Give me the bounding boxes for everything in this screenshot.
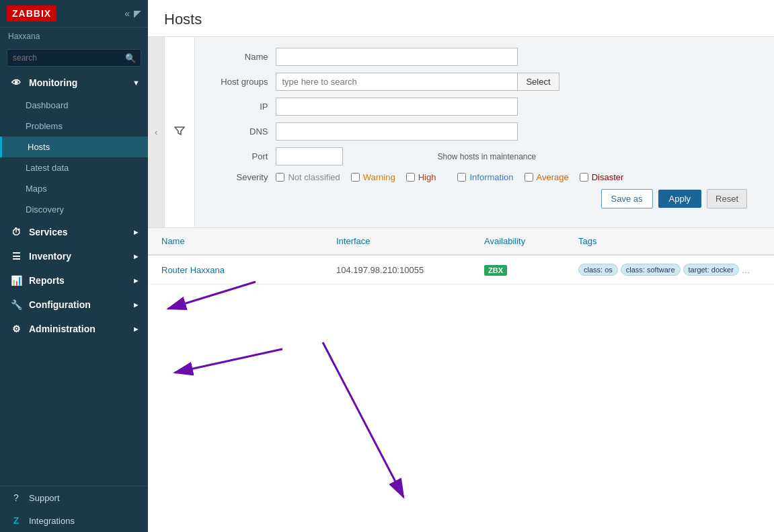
page-header: Hosts	[148, 0, 774, 37]
zbx-badge: ZBX	[484, 265, 507, 276]
cell-availability: ZBX	[479, 262, 573, 278]
filter-port-label: Port	[208, 151, 276, 161]
severity-information[interactable]: Information	[457, 172, 513, 182]
severity-average[interactable]: Average	[525, 172, 569, 182]
filter-funnel-button[interactable]	[165, 37, 195, 227]
severity-average-checkbox[interactable]	[525, 173, 533, 182]
col-header-tags[interactable]: Tags	[573, 233, 766, 249]
filter-hostgroups-label: Host groups	[208, 77, 276, 87]
filter-severity-row: Severity Not classified Warning High	[208, 172, 761, 182]
page-title: Hosts	[164, 11, 758, 28]
severity-disaster-checkbox[interactable]	[580, 173, 588, 182]
filter-ip-row: IP	[208, 98, 761, 116]
funnel-icon	[174, 126, 185, 137]
severity-disaster-label: Disaster	[592, 172, 624, 182]
sidebar-item-problems[interactable]: Problems	[0, 116, 148, 137]
severity-warning-label: Warning	[363, 172, 395, 182]
nav-reports-label: Reports	[29, 275, 65, 286]
sidebar-item-integrations[interactable]: Z Integrations	[0, 509, 148, 532]
chevron-right-icon4: ►	[132, 301, 140, 309]
sidebar-item-hosts[interactable]: Hosts	[0, 137, 148, 157]
support-icon: ?	[10, 492, 22, 503]
table-area: Name Interface Availability Tags Router …	[148, 228, 774, 532]
nav-monitoring-label: Monitoring	[29, 77, 77, 88]
filter-select-button[interactable]: Select	[518, 73, 559, 91]
severity-warning-checkbox[interactable]	[351, 173, 360, 182]
severity-information-label: Information	[469, 172, 513, 182]
table-header: Name Interface Availability Tags	[148, 228, 774, 256]
inventory-icon: ☰	[10, 251, 22, 262]
sidebar-username: Haxxana	[0, 28, 148, 45]
cell-tags: class: os class: software target: docker…	[573, 261, 766, 278]
maintenance-label: Show hosts in maintenance	[437, 152, 536, 161]
filter-name-label: Name	[208, 52, 276, 62]
filter-dns-input[interactable]	[276, 122, 518, 141]
col-header-availability[interactable]: Availability	[479, 233, 573, 249]
tag-more-button[interactable]: …	[742, 265, 750, 275]
svg-line-3	[323, 342, 403, 497]
filter-hostgroups-row: Host groups Select	[208, 73, 761, 91]
sidebar-item-maps[interactable]: Maps	[0, 178, 148, 199]
severity-not-classified-label: Not classified	[288, 172, 340, 182]
search-icon: 🔍	[125, 53, 136, 63]
apply-button[interactable]: Apply	[658, 190, 702, 208]
col-header-name[interactable]: Name	[156, 233, 331, 249]
severity-disaster[interactable]: Disaster	[580, 172, 624, 182]
filter-name-input[interactable]	[276, 48, 518, 66]
main-content: Hosts ‹ Name Host groups Select IP	[148, 0, 774, 532]
collapse-icon[interactable]: «	[124, 8, 130, 19]
severity-not-classified[interactable]: Not classified	[276, 172, 340, 182]
nav-administration-label: Administration	[29, 324, 95, 334]
sidebar-item-latest-data[interactable]: Latest data	[0, 157, 148, 178]
col-header-interface[interactable]: Interface	[331, 233, 479, 249]
services-icon: ⏱	[10, 227, 22, 237]
reset-button[interactable]: Reset	[707, 189, 747, 208]
nav-inventory[interactable]: ☰ Inventory ►	[0, 244, 148, 268]
nav-monitoring[interactable]: 👁 Monitoring ▼	[0, 71, 148, 95]
severity-high-checkbox[interactable]	[406, 173, 415, 182]
sidebar-item-dashboard[interactable]: Dashboard	[0, 95, 148, 116]
nav-configuration-label: Configuration	[29, 299, 91, 310]
filter-actions: Save as Apply Reset	[208, 189, 761, 217]
chevron-down-icon: ▼	[132, 79, 140, 87]
filter-ip-input[interactable]	[276, 98, 518, 116]
expand-icon[interactable]: ◤	[134, 8, 141, 19]
severity-not-classified-checkbox[interactable]	[276, 173, 284, 182]
filter-dns-row: DNS	[208, 122, 761, 141]
administration-icon: ⚙	[10, 324, 22, 334]
tag-class-os: class: os	[578, 264, 618, 276]
chevron-right-icon3: ►	[132, 276, 140, 284]
chevron-right-icon: ►	[132, 228, 140, 236]
sidebar-search-input[interactable]	[7, 49, 141, 67]
sidebar-integrations-label: Integrations	[29, 516, 75, 526]
nav-configuration[interactable]: 🔧 Configuration ►	[0, 293, 148, 317]
cell-interface: 104.197.98.210:10055	[331, 262, 479, 278]
filter-collapse-button[interactable]: ‹	[148, 37, 165, 227]
severity-average-label: Average	[537, 172, 569, 182]
severity-warning[interactable]: Warning	[351, 172, 395, 182]
nav-services[interactable]: ⏱ Services ►	[0, 220, 148, 244]
integrations-icon: Z	[10, 515, 22, 526]
filter-port-row: Port Show hosts in maintenance	[208, 147, 761, 165]
sidebar-item-discovery[interactable]: Discovery	[0, 199, 148, 220]
nav-administration[interactable]: ⚙ Administration ►	[0, 317, 148, 341]
cell-host-name[interactable]: Router Haxxana	[156, 262, 331, 278]
zabbix-logo[interactable]: ZABBIX	[7, 5, 56, 22]
filter-content: Name Host groups Select IP DNS Port	[195, 37, 774, 227]
nav-services-label: Services	[29, 227, 68, 237]
severity-checkboxes: Not classified Warning High Information	[276, 172, 623, 182]
save-as-button[interactable]: Save as	[601, 189, 653, 208]
filter-severity-label: Severity	[208, 172, 276, 182]
nav-reports[interactable]: 📊 Reports ►	[0, 268, 148, 293]
filter-port-input[interactable]	[276, 147, 343, 165]
severity-information-checkbox[interactable]	[457, 173, 466, 182]
chevron-right-icon5: ►	[132, 325, 140, 333]
svg-line-2	[175, 349, 282, 373]
sidebar-item-support[interactable]: ? Support	[0, 486, 148, 509]
sidebar-header: ZABBIX « ◤	[0, 0, 148, 28]
nav-inventory-label: Inventory	[29, 251, 71, 262]
filter-ip-label: IP	[208, 102, 276, 112]
severity-high[interactable]: High	[406, 172, 436, 182]
sidebar-search-container: 🔍	[0, 45, 148, 71]
filter-hostgroups-input[interactable]	[276, 73, 518, 91]
